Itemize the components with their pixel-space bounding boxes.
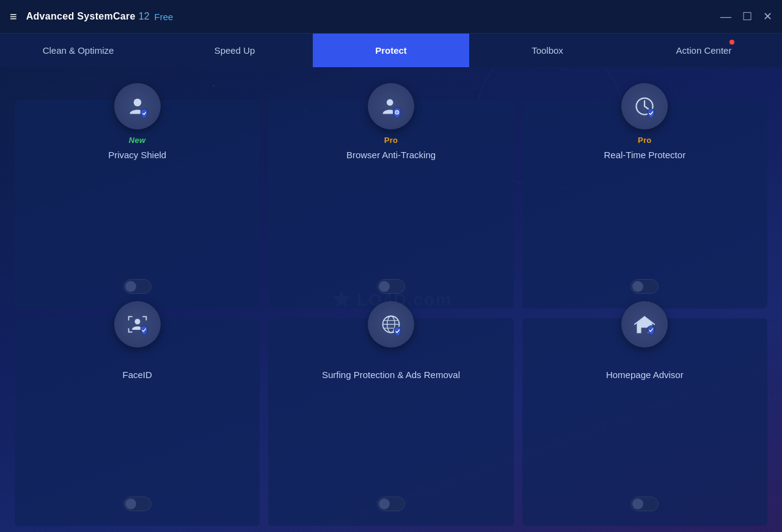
privacy-shield-toggle-wrapper	[123, 279, 152, 294]
card-real-time-protector[interactable]: Pro Real-Time Protector	[522, 100, 767, 308]
close-button[interactable]: ✕	[763, 10, 772, 23]
real-time-protector-badge: Pro	[638, 136, 652, 145]
privacy-shield-icon	[126, 95, 148, 117]
menu-icon[interactable]: ≡	[10, 10, 18, 24]
homepage-advisor-title: Homepage Advisor	[606, 368, 684, 391]
app-name: Advanced SystemCare	[26, 11, 136, 22]
tab-action-center[interactable]: Action Center	[626, 34, 782, 67]
faceid-title: FaceID	[122, 368, 152, 391]
homepage-advisor-toggle[interactable]	[630, 497, 659, 511]
homepage-advisor-icon	[634, 313, 656, 335]
browser-anti-tracking-badge: Pro	[384, 136, 398, 145]
navigation-tabs: Clean & Optimize Speed Up Protect Toolbo…	[0, 34, 782, 67]
browser-anti-tracking-icon-wrapper	[368, 83, 414, 129]
real-time-protector-toggle[interactable]	[630, 279, 659, 294]
tab-protect[interactable]: Protect	[313, 34, 469, 67]
privacy-shield-badge: New	[129, 136, 146, 145]
card-homepage-advisor[interactable]: Homepage Advisor	[522, 318, 767, 527]
svg-point-8	[133, 98, 141, 106]
surfing-protection-toggle-wrapper	[377, 497, 405, 511]
faceid-icon	[126, 313, 148, 335]
app-tier: Free	[155, 12, 174, 22]
card-browser-anti-tracking[interactable]: Pro Browser Anti-Tracking	[268, 100, 513, 308]
svg-point-4	[213, 85, 215, 87]
faceid-icon-wrapper	[114, 301, 161, 348]
main-content: LO4D.com New Privacy Shield	[0, 67, 782, 532]
svg-point-13	[134, 319, 140, 324]
real-time-protector-icon-wrapper	[621, 83, 668, 129]
cards-row-2: FaceID	[15, 318, 767, 527]
title-bar: ≡ Advanced SystemCare 12 Free — ☐ ✕	[0, 0, 782, 34]
privacy-shield-icon-wrapper	[114, 83, 161, 129]
browser-anti-tracking-toggle-wrapper	[377, 279, 405, 294]
maximize-button[interactable]: ☐	[742, 10, 752, 23]
homepage-advisor-icon-wrapper	[621, 301, 668, 348]
tab-speed-up[interactable]: Speed Up	[156, 34, 313, 67]
svg-point-11	[396, 112, 398, 113]
cards-row-1: New Privacy Shield	[15, 100, 767, 308]
window-controls: — ☐ ✕	[720, 10, 772, 23]
svg-point-9	[387, 99, 393, 106]
minimize-button[interactable]: —	[720, 10, 731, 23]
privacy-shield-toggle[interactable]	[123, 279, 152, 294]
tab-toolbox[interactable]: Toolbox	[469, 34, 626, 67]
real-time-protector-toggle-wrapper	[630, 279, 659, 294]
tab-clean-optimize[interactable]: Clean & Optimize	[0, 34, 156, 67]
card-faceid[interactable]: FaceID	[15, 318, 260, 527]
app-version: 12	[139, 11, 150, 22]
surfing-protection-icon	[380, 313, 402, 335]
surfing-protection-title: Surfing Protection & Ads Removal	[322, 368, 460, 391]
faceid-toggle-wrapper	[123, 497, 152, 511]
action-center-dot	[729, 40, 734, 45]
real-time-protector-title: Real-Time Protector	[604, 148, 685, 171]
real-time-protector-icon	[634, 95, 656, 117]
homepage-advisor-toggle-wrapper	[630, 497, 659, 511]
surfing-protection-icon-wrapper	[368, 301, 414, 348]
browser-anti-tracking-title: Browser Anti-Tracking	[346, 148, 436, 171]
card-surfing-protection[interactable]: Surfing Protection & Ads Removal	[268, 318, 513, 527]
browser-anti-tracking-toggle[interactable]	[377, 279, 405, 294]
card-privacy-shield[interactable]: New Privacy Shield	[15, 100, 260, 308]
browser-anti-tracking-icon	[380, 95, 402, 117]
privacy-shield-title: Privacy Shield	[108, 148, 166, 171]
faceid-toggle[interactable]	[123, 497, 152, 511]
surfing-protection-toggle[interactable]	[377, 497, 405, 511]
